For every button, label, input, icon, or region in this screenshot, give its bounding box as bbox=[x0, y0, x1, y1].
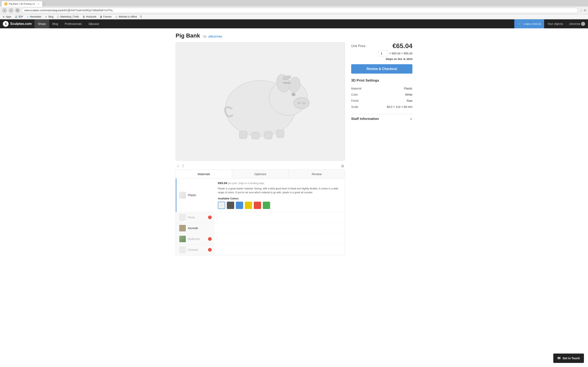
unit-price-value: €65.04 bbox=[392, 42, 412, 50]
print-settings-title: 3D Print Settings bbox=[351, 78, 412, 83]
hootsuite-icon: 🦉 bbox=[82, 15, 85, 18]
svg-rect-11 bbox=[251, 132, 259, 139]
your-objects-link[interactable]: Your objects bbox=[544, 19, 566, 28]
user-area[interactable]: zdcorrea bbox=[566, 22, 588, 26]
staff-info-header[interactable]: Staff information ∨ bbox=[351, 114, 412, 124]
bookmark-count[interactable]: 5 bbox=[140, 15, 142, 18]
material-ships-label: per print. Ships in 5 working days. bbox=[228, 182, 265, 185]
bookmark-frames[interactable]: 🖼 Frames bbox=[100, 15, 112, 18]
color-swatch-red[interactable] bbox=[254, 202, 261, 209]
bookmark-hootsuite[interactable]: 🦉 Hootsuite bbox=[82, 15, 96, 18]
price-calc-row: × €65.04 = €65.04 bbox=[351, 50, 412, 56]
page-content: Pig Bank by zdcorrea bbox=[172, 28, 416, 259]
bookmark-blog[interactable]: ✏ Blog bbox=[45, 15, 53, 18]
material-selector-plastic[interactable]: Plastic bbox=[176, 178, 215, 212]
tab-review[interactable]: Review bbox=[289, 170, 345, 178]
site-logo-text: Sculpteo.com bbox=[10, 22, 32, 26]
nav-shops[interactable]: Shops bbox=[35, 19, 49, 28]
checkout-button[interactable]: Review & Checkout bbox=[351, 64, 412, 74]
settings-row-finish: Finish Raw bbox=[351, 98, 412, 104]
pig-3d-model bbox=[205, 63, 315, 140]
product-title: Pig Bank by zdcorrea bbox=[176, 33, 412, 39]
cart-label: 1 item | €43.04 bbox=[523, 22, 541, 25]
tab-materials[interactable]: Materials bbox=[176, 170, 232, 178]
svg-point-2 bbox=[294, 98, 309, 109]
price-calculation: × €65.04 = €65.04 bbox=[389, 52, 412, 55]
nav-3dpcase[interactable]: 3dpcase bbox=[85, 19, 103, 28]
material-thumb-alumide bbox=[179, 225, 186, 231]
nav-professionals[interactable]: Professionals bbox=[61, 19, 85, 28]
cart-button[interactable]: 🛒 1 item | €43.04 bbox=[514, 19, 544, 28]
forward-button[interactable]: › bbox=[9, 8, 13, 13]
settings-button[interactable]: ⚙ bbox=[341, 164, 344, 168]
color-swatch-dark-gray[interactable] bbox=[227, 202, 234, 209]
tab-optimize[interactable]: Optimize bbox=[232, 170, 288, 178]
product-image bbox=[176, 42, 345, 161]
share-button[interactable]: ⤴ bbox=[182, 164, 184, 168]
color-swatch-green[interactable] bbox=[263, 202, 270, 209]
svg-rect-13 bbox=[277, 130, 284, 138]
bookmark-website-offline[interactable]: ⚠ Website is offline bbox=[115, 15, 137, 18]
material-name-alumide: Alumide bbox=[188, 226, 198, 230]
bookmark-trello[interactable]: 📋 Marketing | Trello bbox=[57, 15, 79, 18]
settings-row-material: Material Plastic bbox=[351, 85, 412, 92]
ships-date: Ships on Oct. 8, 2014 bbox=[351, 58, 412, 60]
color-swatch-yellow[interactable] bbox=[245, 202, 252, 209]
browser-menu-icon[interactable]: ≡ bbox=[584, 8, 586, 12]
quantity-input[interactable] bbox=[378, 50, 388, 56]
material-thumb-plastic bbox=[179, 192, 186, 198]
username-label: zdcorrea bbox=[569, 22, 580, 25]
settings-table: Material Plastic Color White Finish Raw … bbox=[351, 85, 412, 110]
new-tab-button[interactable]: + bbox=[42, 2, 45, 6]
close-tab-icon[interactable]: × bbox=[38, 2, 39, 6]
svg-point-5 bbox=[291, 93, 296, 96]
material-row-alumide: Alumide bbox=[176, 223, 345, 234]
material-selector-ceramic[interactable]: Ceramic ! bbox=[176, 244, 215, 255]
site-nav: S Sculpteo.com Shops Blog Professionals … bbox=[0, 19, 588, 28]
logo-icon: S bbox=[3, 21, 9, 27]
tab-title: 'Pig Bank' | 3D Printing | S... bbox=[9, 3, 36, 5]
color-swatch-white[interactable] bbox=[218, 202, 225, 209]
svg-point-4 bbox=[302, 102, 306, 105]
material-thumb-resin bbox=[179, 214, 186, 221]
bookmark-count-label: 5 bbox=[140, 15, 142, 18]
material-selector-alumide[interactable]: Alumide bbox=[176, 223, 215, 234]
settings-finish-label: Finish bbox=[351, 98, 382, 104]
site-logo[interactable]: S Sculpteo.com bbox=[0, 21, 35, 27]
bookmark-newsletter[interactable]: 📧 Newsletter bbox=[26, 15, 42, 18]
bookmark-star-icon[interactable]: ☆ bbox=[580, 8, 582, 12]
bookmark-blog-label: Blog bbox=[48, 15, 53, 18]
material-row-plastic: Plastic €65.04 per print. Ships in 5 wor… bbox=[176, 178, 345, 212]
active-tab[interactable]: 🐷 'Pig Bank' | 3D Printing | S... × bbox=[2, 1, 42, 7]
settings-color-value: White bbox=[382, 92, 412, 98]
bookmark-apps[interactable]: ⚙ Apps bbox=[2, 15, 11, 18]
trello-icon: 📋 bbox=[57, 15, 60, 18]
product-author[interactable]: zdcorrea bbox=[208, 35, 222, 38]
browser-chrome: 🐷 'Pig Bank' | 3D Printing | S... × + ‹ … bbox=[0, 0, 588, 19]
bookmark-3dp[interactable]: 🔄 3DP bbox=[15, 15, 23, 18]
nav-blog[interactable]: Blog bbox=[49, 19, 61, 28]
svg-point-3 bbox=[297, 102, 301, 105]
material-selector-multicolor[interactable]: Multicolor ! bbox=[176, 234, 215, 244]
material-description: Plastic is a great starter material. Str… bbox=[218, 187, 342, 194]
refresh-button[interactable]: ↻ bbox=[15, 8, 20, 13]
favorite-button[interactable]: ☆ bbox=[176, 164, 180, 168]
nav-right: 🛒 1 item | €43.04 Your objects zdcorrea bbox=[514, 19, 588, 28]
back-button[interactable]: ‹ bbox=[2, 8, 7, 13]
material-name-ceramic: Ceramic bbox=[188, 248, 199, 251]
material-thumb-ceramic bbox=[179, 247, 186, 253]
settings-material-label: Material bbox=[351, 85, 382, 92]
scale-values: 60.0 × 114 × 84 mm bbox=[387, 105, 412, 108]
website-offline-icon: ⚠ bbox=[115, 15, 118, 18]
settings-row-scale: Scale 60.0 × 114 × 84 mm bbox=[351, 104, 412, 110]
material-name-resin: Resin bbox=[188, 216, 195, 219]
tab-bar: 🐷 'Pig Bank' | 3D Printing | S... × + bbox=[0, 0, 588, 7]
address-bar[interactable] bbox=[22, 8, 578, 13]
product-left: ☆ ⤴ ⚙ Materials Optimize Review Plastic bbox=[176, 42, 345, 255]
material-selector-resin[interactable]: Resin ! bbox=[176, 212, 215, 223]
3dp-icon: 🔄 bbox=[15, 15, 17, 18]
frames-icon: 🖼 bbox=[100, 15, 103, 18]
apps-icon: ⚙ bbox=[2, 15, 5, 18]
material-row-resin: Resin ! bbox=[176, 212, 345, 223]
color-swatch-blue[interactable] bbox=[236, 202, 243, 209]
